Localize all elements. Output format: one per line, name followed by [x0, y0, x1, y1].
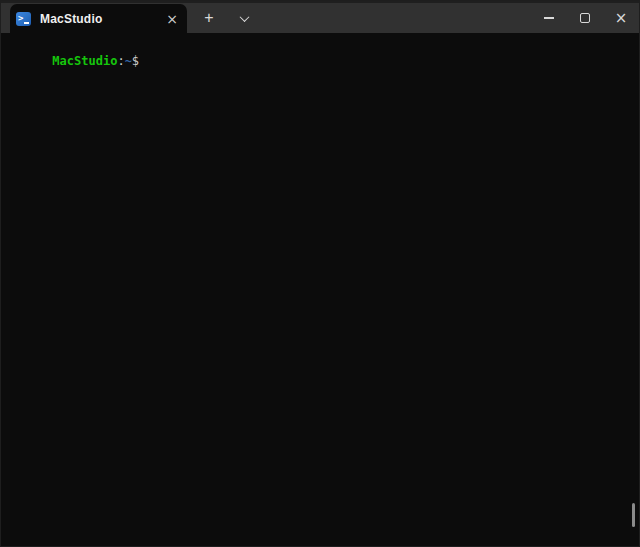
scrollbar-thumb[interactable] — [632, 503, 635, 527]
prompt-path: ~ — [125, 54, 132, 68]
chevron-down-icon — [239, 12, 249, 22]
plus-icon: + — [204, 9, 213, 27]
titlebar: > MacStudio × + × — [1, 1, 639, 33]
tab-title: MacStudio — [40, 12, 163, 26]
powershell-icon: > — [16, 12, 31, 26]
close-button[interactable]: × — [603, 3, 639, 33]
prompt-line: MacStudio:~$ — [9, 37, 631, 85]
prompt-colon: : — [117, 54, 124, 68]
tab-close-button[interactable]: × — [163, 10, 181, 28]
prompt-symbol: $ — [132, 54, 139, 68]
titlebar-drag-region — [258, 3, 531, 33]
close-icon: × — [166, 12, 178, 26]
tab-dropdown-button[interactable] — [230, 4, 258, 32]
terminal-screen[interactable]: MacStudio:~$ — [1, 33, 639, 546]
minimize-icon — [544, 17, 554, 19]
maximize-button[interactable] — [567, 3, 603, 33]
new-tab-button[interactable]: + — [194, 4, 224, 32]
minimize-button[interactable] — [531, 3, 567, 33]
app-window: > MacStudio × + × — [0, 0, 640, 547]
prompt-host: MacStudio — [52, 54, 117, 68]
terminal-tab[interactable]: > MacStudio × — [10, 4, 187, 33]
maximize-icon — [580, 13, 590, 23]
close-icon: × — [615, 11, 628, 26]
window-controls: × — [531, 3, 639, 33]
